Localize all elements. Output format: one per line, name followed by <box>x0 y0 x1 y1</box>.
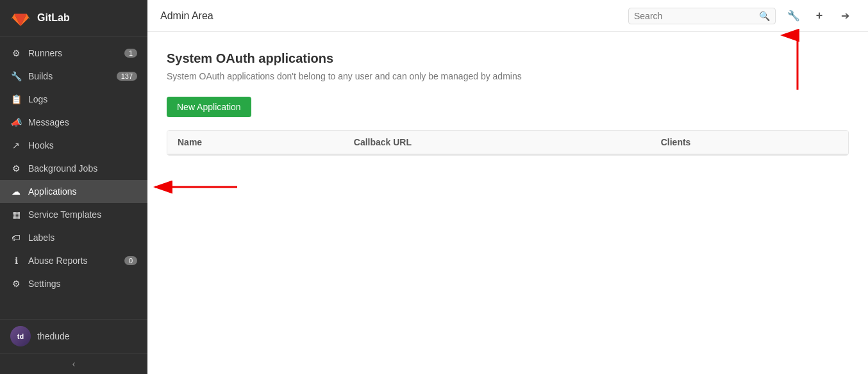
abuse-reports-icon: ℹ <box>10 255 22 266</box>
sidebar-item-runners[interactable]: ⚙Runners1 <box>0 42 147 65</box>
sidebar-item-abuse-reports-label: Abuse Reports <box>28 256 118 266</box>
sidebar-item-service-templates-label: Service Templates <box>28 209 137 220</box>
settings-icon: ⚙ <box>10 278 22 289</box>
sidebar-item-builds-badge: 137 <box>117 72 137 81</box>
oauth-page-subtitle: System OAuth applications don't belong t… <box>167 71 849 81</box>
sidebar-item-labels-label: Labels <box>28 232 137 243</box>
sidebar-item-messages-label: Messages <box>28 117 137 127</box>
sidebar-logo[interactable]: GitLab <box>0 0 147 37</box>
wrench-icon: 🔧 <box>787 10 800 22</box>
gitlab-logo-icon <box>10 8 31 28</box>
col-callback-url: Callback URL <box>344 131 651 154</box>
sidebar-item-runners-badge: 1 <box>124 49 137 58</box>
sidebar-item-builds-label: Builds <box>28 71 110 81</box>
sidebar-item-service-templates[interactable]: ▦Service Templates <box>0 203 147 226</box>
sidebar-item-background-jobs-label: Background Jobs <box>28 163 137 174</box>
sidebar-item-abuse-reports-badge: 0 <box>124 256 137 265</box>
builds-icon: 🔧 <box>10 70 22 82</box>
col-clients: Clients <box>651 131 848 154</box>
service-templates-icon: ▦ <box>10 209 22 220</box>
search-box[interactable]: 🔍 <box>628 8 776 24</box>
sidebar-item-applications[interactable]: ☁Applications <box>0 180 147 203</box>
runners-icon: ⚙ <box>10 47 22 59</box>
sidebar-item-settings-label: Settings <box>28 279 137 289</box>
page-title-topbar: Admin Area <box>160 10 213 22</box>
logs-icon: 📋 <box>10 94 22 105</box>
applications-icon: ☁ <box>10 186 22 197</box>
sidebar-item-background-jobs[interactable]: ⚙Background Jobs <box>0 157 147 180</box>
topbar-actions: 🔧 + ➔ <box>783 6 855 26</box>
new-application-button[interactable]: New Application <box>167 97 251 117</box>
sidebar-item-logs[interactable]: 📋Logs <box>0 88 147 111</box>
background-jobs-icon: ⚙ <box>10 163 22 174</box>
labels-icon: 🏷 <box>10 232 22 243</box>
avatar[interactable]: td <box>10 326 31 346</box>
sidebar-item-applications-label: Applications <box>28 186 137 197</box>
sidebar-logo-text: GitLab <box>37 12 70 24</box>
sidebar-item-builds[interactable]: 🔧Builds137 <box>0 65 147 88</box>
sidebar-item-runners-label: Runners <box>28 48 118 58</box>
sidebar-collapse-button[interactable]: ‹ <box>0 353 147 374</box>
search-icon: 🔍 <box>759 11 770 21</box>
sidebar-item-logs-label: Logs <box>28 94 137 104</box>
sidebar-nav: ⚙Runners1🔧Builds137📋Logs📣Messages↗Hooks⚙… <box>0 37 147 319</box>
sidebar: GitLab ⚙Runners1🔧Builds137📋Logs📣Messages… <box>0 0 147 374</box>
plus-icon: + <box>816 9 823 22</box>
sidebar-item-labels[interactable]: 🏷Labels <box>0 226 147 249</box>
table-header: Name Callback URL Clients <box>167 131 848 154</box>
search-input[interactable] <box>634 11 755 21</box>
col-name: Name <box>167 131 344 154</box>
sidebar-item-hooks-label: Hooks <box>28 140 137 150</box>
main-content: Admin Area 🔍 🔧 + ➔ System OAuth applicat… <box>147 0 868 374</box>
signout-icon: ➔ <box>841 10 849 22</box>
topbar: Admin Area 🔍 🔧 + ➔ <box>147 0 868 32</box>
sidebar-item-abuse-reports[interactable]: ℹAbuse Reports0 <box>0 249 147 272</box>
oauth-page-title: System OAuth applications <box>167 51 849 66</box>
sidebar-item-settings[interactable]: ⚙Settings <box>0 272 147 295</box>
sidebar-item-messages[interactable]: 📣Messages <box>0 111 147 134</box>
chevron-left-icon: ‹ <box>72 359 76 369</box>
hooks-icon: ↗ <box>10 140 22 151</box>
signout-button[interactable]: ➔ <box>835 6 855 26</box>
applications-table: Name Callback URL Clients <box>167 131 848 155</box>
applications-table-wrapper: Name Callback URL Clients <box>167 130 849 156</box>
sidebar-username: thedude <box>37 331 70 341</box>
wrench-button[interactable]: 🔧 <box>783 6 804 26</box>
avatar-image: td <box>10 326 31 346</box>
table-header-row: Name Callback URL Clients <box>167 131 848 154</box>
messages-icon: 📣 <box>10 117 22 128</box>
plus-button[interactable]: + <box>809 6 830 26</box>
sidebar-footer: td thedude <box>0 319 147 353</box>
sidebar-item-hooks[interactable]: ↗Hooks <box>0 134 147 157</box>
content-area: System OAuth applications System OAuth a… <box>147 32 868 374</box>
